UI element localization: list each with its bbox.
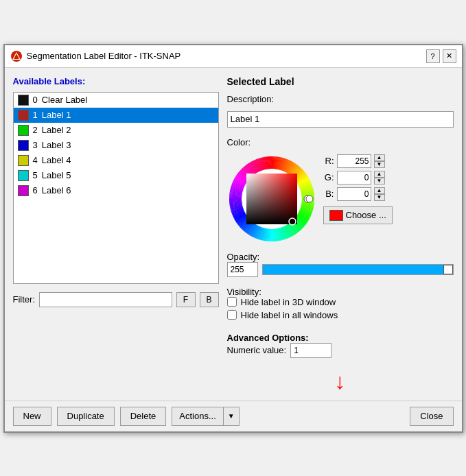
- label-id: 3: [33, 140, 38, 150]
- label-id: 1: [33, 110, 38, 120]
- delete-button[interactable]: Delete: [120, 407, 167, 426]
- label-item[interactable]: 1Label 1: [14, 108, 218, 123]
- actions-dropdown-arrow[interactable]: ▼: [224, 407, 239, 425]
- g-spin-up[interactable]: ▲: [374, 171, 385, 178]
- opacity-slider[interactable]: [262, 264, 454, 275]
- label-id: 6: [33, 185, 38, 195]
- description-input[interactable]: [227, 111, 454, 128]
- g-input[interactable]: [337, 171, 371, 185]
- labels-list[interactable]: 0Clear Label1Label 12Label 23Label 34Lab…: [13, 92, 219, 284]
- g-spinner[interactable]: ▲ ▼: [374, 171, 385, 185]
- hide-3d-checkbox[interactable]: [227, 297, 237, 307]
- actions-main-label[interactable]: Actions...: [172, 407, 223, 425]
- label-item[interactable]: 0Clear Label: [14, 93, 218, 108]
- color-wheel-svg[interactable]: [227, 154, 316, 243]
- advanced-section: Advanced Options: Numeric value:: [227, 333, 454, 358]
- g-spin-down[interactable]: ▼: [374, 178, 385, 185]
- r-label: R:: [323, 156, 334, 166]
- advanced-label: Advanced Options:: [227, 333, 309, 343]
- filter-row: Filter: F B: [13, 292, 219, 307]
- choose-color-preview: [329, 210, 343, 221]
- down-arrow-icon: ↓: [335, 370, 346, 392]
- label-id: 0: [33, 95, 38, 105]
- label-item[interactable]: 6Label 6: [14, 183, 218, 198]
- b-row: B: ▲ ▼: [323, 187, 393, 201]
- titlebar: Segmentation Label Editor - ITK-SNAP ? ✕: [5, 45, 462, 68]
- color-section: R: ▲ ▼ G: ▲ ▼: [227, 154, 454, 243]
- available-labels-title: Available Labels:: [13, 76, 219, 86]
- color-label: Color:: [227, 137, 454, 147]
- right-panel: Selected Label Description: Color:: [227, 76, 454, 392]
- svg-point-372: [306, 195, 313, 202]
- opacity-row: [227, 262, 454, 277]
- bottom-left-buttons: New Duplicate Delete Actions... ▼: [13, 407, 240, 426]
- label-color-box: [18, 125, 29, 136]
- svg-rect-370: [246, 174, 297, 224]
- label-id: 4: [33, 155, 38, 165]
- label-name: Label 5: [42, 170, 71, 180]
- bottom-right-buttons: Close: [410, 407, 453, 426]
- label-name: Clear Label: [42, 95, 88, 105]
- label-item[interactable]: 4Label 4: [14, 153, 218, 168]
- color-controls: R: ▲ ▼ G: ▲ ▼: [323, 154, 393, 224]
- duplicate-button[interactable]: Duplicate: [57, 407, 115, 426]
- choose-label: Choose ...: [346, 210, 386, 220]
- r-spinner[interactable]: ▲ ▼: [374, 154, 385, 168]
- filter-b-button[interactable]: B: [200, 292, 219, 307]
- hide-all-row: Hide label in all windows: [227, 310, 454, 320]
- label-item[interactable]: 2Label 2: [14, 123, 218, 138]
- numeric-input[interactable]: [290, 343, 331, 358]
- label-color-box: [18, 95, 29, 106]
- hide-3d-row: Hide label in 3D window: [227, 297, 454, 307]
- choose-color-button[interactable]: Choose ...: [323, 206, 393, 224]
- r-input[interactable]: [337, 154, 371, 168]
- label-color-box: [18, 185, 29, 196]
- filter-label: Filter:: [13, 294, 36, 305]
- r-row: R: ▲ ▼: [323, 154, 393, 168]
- description-label: Description:: [227, 94, 454, 104]
- main-content: Available Labels: 0Clear Label1Label 12L…: [5, 68, 462, 401]
- app-icon: [10, 50, 23, 62]
- filter-f-button[interactable]: F: [176, 292, 196, 307]
- r-spin-down[interactable]: ▼: [374, 161, 385, 168]
- new-button[interactable]: New: [13, 407, 51, 426]
- selected-label-title: Selected Label: [227, 76, 454, 87]
- hide-all-label: Hide label in all windows: [241, 310, 338, 320]
- filter-input[interactable]: [39, 292, 172, 307]
- close-window-button[interactable]: ✕: [443, 49, 456, 63]
- opacity-section: Opacity:: [227, 252, 454, 277]
- titlebar-left: Segmentation Label Editor - ITK-SNAP: [10, 50, 181, 62]
- hide-all-checkbox[interactable]: [227, 310, 237, 320]
- label-item[interactable]: 3Label 3: [14, 138, 218, 153]
- b-spin-down[interactable]: ▼: [374, 194, 385, 201]
- color-wheel-wrapper[interactable]: [227, 154, 316, 243]
- hide-3d-label: Hide label in 3D window: [241, 297, 336, 307]
- close-button[interactable]: Close: [410, 407, 453, 426]
- window-title: Segmentation Label Editor - ITK-SNAP: [27, 51, 181, 61]
- color-row: R: ▲ ▼ G: ▲ ▼: [227, 154, 454, 243]
- label-name: Label 2: [42, 125, 71, 135]
- b-input[interactable]: [337, 187, 371, 201]
- b-spin-up[interactable]: ▲: [374, 187, 385, 194]
- label-color-box: [18, 110, 29, 121]
- label-id: 5: [33, 170, 38, 180]
- help-button[interactable]: ?: [426, 49, 440, 63]
- opacity-label: Opacity:: [227, 252, 260, 262]
- visibility-label: Visibility:: [227, 287, 261, 297]
- label-name: Label 1: [42, 110, 71, 120]
- b-spinner[interactable]: ▲ ▼: [374, 187, 385, 201]
- b-label: B:: [323, 189, 334, 199]
- label-color-box: [18, 140, 29, 151]
- visibility-section: Visibility: Hide label in 3D window Hide…: [227, 287, 454, 323]
- opacity-input[interactable]: [227, 262, 258, 277]
- label-color-box: [18, 155, 29, 166]
- numeric-row: Numeric value:: [227, 343, 454, 358]
- label-color-box: [18, 170, 29, 181]
- r-spin-up[interactable]: ▲: [374, 154, 385, 161]
- label-name: Label 6: [42, 185, 71, 195]
- arrow-hint: ↓: [227, 370, 454, 392]
- g-label: G:: [323, 172, 334, 182]
- actions-button[interactable]: Actions... ▼: [172, 407, 239, 426]
- label-id: 2: [33, 125, 38, 135]
- label-item[interactable]: 5Label 5: [14, 168, 218, 183]
